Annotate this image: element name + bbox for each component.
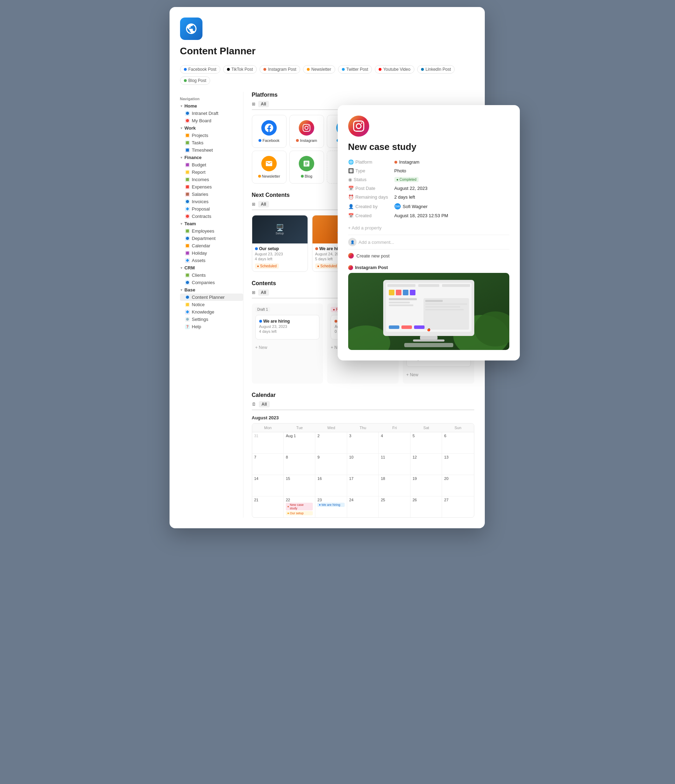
calendar-icon: 🟧 xyxy=(185,243,190,248)
cal-cell-22[interactable]: 22 ● New case study ● Our setup xyxy=(284,496,315,517)
sidebar-item-projects[interactable]: 🟧 Projects xyxy=(180,132,243,139)
svg-rect-6 xyxy=(387,284,415,287)
notice-icon: 🟨 xyxy=(185,302,190,307)
oc-prop-remaining: ⏰ Remaining days 2 days left xyxy=(348,194,509,200)
tag-linkedin-post[interactable]: LinkedIn Post xyxy=(417,65,455,73)
scheduled-badge-2: ● Scheduled xyxy=(315,263,339,269)
kanban-col-draft: Draft 1 We are hiring August 23, 2023 4 … xyxy=(252,303,324,384)
platform-card-facebook[interactable]: Facebook xyxy=(252,115,286,148)
sidebar-item-tasks[interactable]: 🟩 Tasks xyxy=(180,139,243,146)
tag-instagram-post[interactable]: Instagram Post xyxy=(260,65,300,73)
sidebar-item-budget[interactable]: 🟪 Budget xyxy=(180,161,243,168)
svg-rect-15 xyxy=(389,305,413,306)
svg-rect-22 xyxy=(401,325,412,329)
sidebar-item-my-board[interactable]: 🔴 My Board xyxy=(180,117,243,124)
contents-filter-all[interactable]: All xyxy=(258,289,269,296)
sidebar-item-employees[interactable]: 🟩 Employees xyxy=(180,227,243,235)
sidebar-item-contracts[interactable]: 🔴 Contracts xyxy=(180,213,243,220)
cal-cell-4: 4 xyxy=(379,432,410,453)
clients-icon: 🟩 xyxy=(185,273,190,278)
sidebar-group-work[interactable]: ▼ Work xyxy=(180,124,243,132)
sidebar-item-incomes[interactable]: 🟩 Incomes xyxy=(180,176,243,183)
sidebar-group-team[interactable]: ▼ Team xyxy=(180,220,243,227)
sidebar-group-home[interactable]: ▼ Home xyxy=(180,102,243,110)
app-icon xyxy=(180,17,202,40)
create-new-post-btn[interactable]: Create new post xyxy=(348,249,509,262)
overlay-card: New case study 🌐 Platform Instagram 🔲 Ty… xyxy=(338,105,520,361)
sidebar-item-help[interactable]: ❓ Help xyxy=(180,323,243,330)
sidebar-group-finance[interactable]: ▼ Finance xyxy=(180,154,243,161)
platforms-filter-all[interactable]: All xyxy=(258,101,269,107)
tag-newsletter[interactable]: Newsletter xyxy=(303,65,335,73)
sidebar-item-salaries[interactable]: 🟫 Salaries xyxy=(180,191,243,198)
sidebar-item-calendar[interactable]: 🟧 Calendar xyxy=(180,242,243,249)
sidebar-group-crm[interactable]: ▼ CRM xyxy=(180,264,243,272)
draft-new-btn[interactable]: + New xyxy=(255,342,320,353)
cal-row-3: 14 15 16 17 18 19 20 xyxy=(252,475,474,496)
add-property-btn[interactable]: + Add a property xyxy=(348,224,509,232)
content-card-our-setup[interactable]: 🖥️ Setup Our setup August 23, 2023 4 day… xyxy=(252,215,308,272)
tag-blog-post[interactable]: Blog Post xyxy=(180,76,210,85)
sidebar-item-content-planner[interactable]: 🔵 Content Planner xyxy=(180,294,243,301)
sidebar-item-report[interactable]: 🟨 Report xyxy=(180,168,243,176)
sidebar-item-notice[interactable]: 🟨 Notice xyxy=(180,301,243,308)
tag-facebook-post[interactable]: Facebook Post xyxy=(180,65,220,73)
help-icon: ❓ xyxy=(185,324,190,329)
cal-row-4: 21 22 ● New case study ● Our setup xyxy=(252,496,474,517)
proposal-icon: 🔷 xyxy=(185,207,190,212)
sidebar-item-knowledge[interactable]: 🔷 Knowledge xyxy=(180,308,243,316)
cal-cell-16: 16 xyxy=(315,475,347,496)
chevron-down-icon: ▼ xyxy=(180,222,183,226)
sidebar-item-department[interactable]: 🔵 Department xyxy=(180,235,243,242)
tasks-icon: 🟩 xyxy=(185,140,190,145)
cal-cell-31: 31 xyxy=(252,432,284,453)
scheduled-badge: ● Scheduled xyxy=(255,263,279,269)
calendar-month: August 2023 xyxy=(252,415,474,420)
platform-card-instagram[interactable]: Instagram xyxy=(289,115,324,148)
sidebar-item-assets[interactable]: 🔷 Assets xyxy=(180,257,243,264)
sidebar-item-expenses[interactable]: 🟥 Expenses xyxy=(180,183,243,191)
calendar-header: Mon Tue Wed Thu Fri Sat Sun xyxy=(252,423,474,432)
calendar-filter-bar: 🗓 All xyxy=(252,401,474,410)
cal-cell-13: 13 xyxy=(442,454,474,474)
intranet-draft-icon: 🔵 xyxy=(185,111,190,116)
kanban-card-we-are-hiring[interactable]: We are hiring August 23, 2023 4 days lef… xyxy=(255,315,320,339)
svg-rect-11 xyxy=(403,290,408,295)
sidebar-item-proposal[interactable]: 🔷 Proposal xyxy=(180,205,243,213)
next-contents-filter-all[interactable]: All xyxy=(258,201,269,207)
sidebar-item-invoices[interactable]: 🔵 Invoices xyxy=(180,198,243,205)
platform-card-blog[interactable]: Blog xyxy=(289,151,324,184)
sidebar-item-settings[interactable]: ⚙️ Settings xyxy=(180,316,243,323)
tag-tiktok-post[interactable]: TikTok Post xyxy=(223,65,257,73)
sidebar-group-base[interactable]: ▼ Base xyxy=(180,286,243,294)
svg-rect-20 xyxy=(425,309,464,310)
blog-icon xyxy=(299,156,314,171)
calendar-body: 31 Aug 1 2 3 4 5 6 7 8 9 xyxy=(252,432,474,517)
contents-filter-icon: ⊞ xyxy=(252,290,255,295)
sidebar-item-companies[interactable]: 🔵 Companies xyxy=(180,279,243,286)
overlay-title: New case study xyxy=(348,142,509,152)
sidebar: Navigation ▼ Home 🔵 Intranet Draft 🔴 My … xyxy=(180,92,243,518)
editing-new-btn[interactable]: + New xyxy=(406,370,471,380)
platform-card-newsletter[interactable]: Newsletter xyxy=(252,151,286,184)
sidebar-item-holiday[interactable]: 🟪 Holiday xyxy=(180,249,243,257)
content-planner-icon: 🔵 xyxy=(185,295,190,300)
oc-prop-type: 🔲 Type Photo xyxy=(348,168,509,173)
post-image: 🍎 xyxy=(348,273,509,350)
chevron-down-icon: ▼ xyxy=(180,266,183,270)
calendar-filter-all[interactable]: All xyxy=(259,401,270,408)
settings-icon: ⚙️ xyxy=(185,317,190,322)
cal-header-thu: Thu xyxy=(347,423,379,432)
add-comment-area[interactable]: 👤 Add a comment... xyxy=(348,235,509,249)
cal-cell-2: 2 xyxy=(315,432,347,453)
sidebar-item-clients[interactable]: 🟩 Clients xyxy=(180,272,243,279)
page-title: Content Planner xyxy=(180,45,474,57)
incomes-icon: 🟩 xyxy=(185,177,190,182)
tag-youtube-video[interactable]: Youtube Video xyxy=(375,65,414,73)
sidebar-item-intranet-draft[interactable]: 🔵 Intranet Draft xyxy=(180,110,243,117)
cal-cell-aug1: Aug 1 xyxy=(284,432,315,453)
tag-twitter-post[interactable]: Twitter Post xyxy=(338,65,372,73)
cal-cell-23[interactable]: 23 ● We are hiring xyxy=(315,496,347,517)
sidebar-item-timesheet[interactable]: 🟦 Timesheet xyxy=(180,146,243,154)
instagram-icon xyxy=(299,120,314,135)
